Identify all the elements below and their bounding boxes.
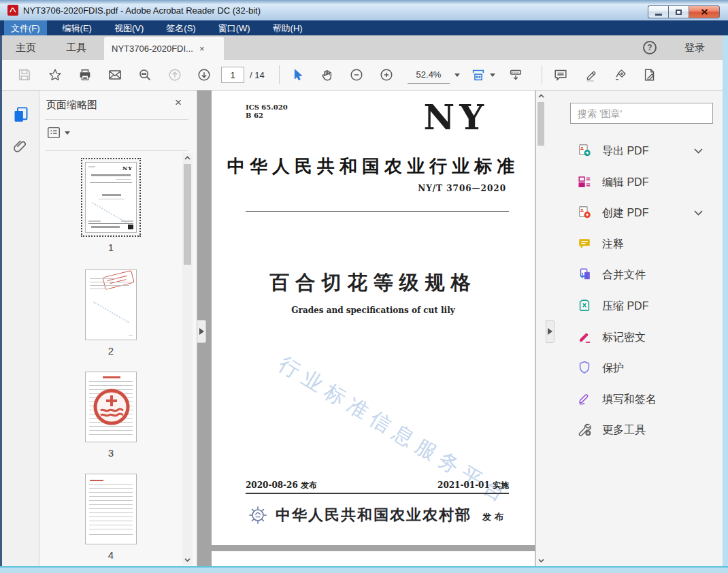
window-frame-bottom bbox=[0, 566, 728, 573]
previous-page-icon[interactable] bbox=[167, 67, 182, 82]
zoom-in-icon[interactable] bbox=[379, 67, 394, 82]
panel-close-icon[interactable]: × bbox=[175, 97, 182, 108]
email-icon[interactable] bbox=[107, 67, 122, 82]
tool-fill-sign[interactable]: 填写和签名 bbox=[546, 384, 723, 415]
tool-label: 标记密文 bbox=[602, 322, 646, 353]
menu-help[interactable]: 帮助(H) bbox=[266, 20, 310, 35]
tool-edit-pdf[interactable]: 编辑 PDF bbox=[546, 167, 723, 198]
more-tools-wrench-icon bbox=[577, 422, 592, 437]
mini-ny-logo: NY bbox=[122, 165, 133, 171]
menu-sign[interactable]: 签名(S) bbox=[159, 20, 202, 35]
scrollbar-thumb[interactable] bbox=[537, 102, 544, 146]
left-navigation-rail bbox=[2, 91, 39, 566]
tab-tools[interactable]: 工具 bbox=[62, 35, 90, 60]
text-line bbox=[88, 220, 101, 222]
divider-line bbox=[90, 182, 132, 183]
scroll-up-icon[interactable] bbox=[538, 94, 544, 98]
toolbar-divider bbox=[279, 65, 280, 84]
mini-red-stamp bbox=[102, 270, 134, 290]
tool-create-pdf[interactable]: 创建 PDF bbox=[546, 197, 723, 229]
star-icon[interactable] bbox=[48, 67, 63, 82]
save-icon[interactable] bbox=[17, 67, 32, 82]
thumbnail-1-preview: NY bbox=[85, 162, 137, 233]
tool-label: 编辑 PDF bbox=[602, 167, 648, 198]
menu-file[interactable]: 文件(F) bbox=[4, 20, 47, 35]
select-tool-icon[interactable] bbox=[290, 67, 305, 82]
fit-width-icon[interactable] bbox=[471, 67, 486, 82]
tool-compress-pdf[interactable]: 压缩 PDF bbox=[546, 291, 723, 322]
chevron-down-icon[interactable] bbox=[694, 148, 703, 154]
help-icon[interactable]: ? bbox=[643, 41, 657, 54]
search-loupe-icon[interactable] bbox=[137, 67, 152, 82]
ny-logo: NY bbox=[424, 97, 489, 137]
text-line bbox=[90, 282, 132, 282]
text-line bbox=[99, 199, 125, 199]
thumbnail-page-2[interactable]: 2 bbox=[39, 269, 182, 357]
combine-files-icon bbox=[577, 267, 592, 282]
tool-more-tools[interactable]: 更多工具 bbox=[546, 414, 723, 446]
print-icon[interactable] bbox=[78, 67, 93, 82]
standard-number: NY/T 3706—2020 bbox=[418, 184, 506, 193]
scroll-up-icon[interactable] bbox=[184, 156, 191, 160]
tool-export-pdf[interactable]: 导出 PDF bbox=[546, 135, 723, 167]
close-button[interactable] bbox=[689, 5, 720, 18]
tab-home[interactable]: 主页 bbox=[12, 35, 40, 60]
chevron-down-icon[interactable] bbox=[694, 210, 703, 216]
title-bar[interactable]: NYT3706-2020FDIS.pdf - Adobe Acrobat Rea… bbox=[0, 0, 728, 20]
page-thumbnails-icon[interactable] bbox=[12, 105, 30, 127]
thumbnail-page-4[interactable]: 4 bbox=[39, 474, 182, 561]
tool-comment[interactable]: 注释 bbox=[546, 229, 723, 260]
acrobat-reader-window: NYT3706-2020FDIS.pdf - Adobe Acrobat Rea… bbox=[0, 0, 728, 573]
text-line bbox=[116, 179, 131, 180]
panel-title: 页面缩略图 bbox=[46, 99, 97, 112]
thumbnail-1-label: 1 bbox=[108, 242, 114, 253]
red-text-line bbox=[90, 480, 103, 481]
zoom-out-icon[interactable] bbox=[349, 67, 364, 82]
thumbnail-page-3[interactable]: 3 bbox=[39, 372, 182, 459]
collapse-left-panel-handle[interactable] bbox=[197, 320, 206, 343]
fit-width-dropdown-icon[interactable] bbox=[490, 73, 495, 77]
scroll-down-icon[interactable] bbox=[184, 558, 191, 562]
document-viewport[interactable]: ICS 65.020 B 62 NY 中华人民共和国农业行业标准 NY/T 37… bbox=[197, 91, 546, 566]
class-code: B 62 bbox=[246, 112, 263, 119]
thumbnail-page-1[interactable]: NY 1 bbox=[39, 158, 182, 253]
tool-redact[interactable]: 标记密文 bbox=[546, 322, 723, 353]
menu-view[interactable]: 视图(V) bbox=[107, 20, 150, 35]
page-number-input[interactable] bbox=[221, 67, 244, 83]
close-icon bbox=[701, 9, 708, 15]
menu-window[interactable]: 窗口(W) bbox=[212, 20, 257, 35]
minimize-button[interactable] bbox=[648, 5, 668, 18]
highlighter-icon[interactable] bbox=[584, 67, 599, 82]
document-scrollbar[interactable] bbox=[535, 91, 546, 566]
divider-line bbox=[88, 223, 133, 224]
next-page-icon[interactable] bbox=[197, 67, 212, 82]
scrollbar-thumb[interactable] bbox=[184, 164, 191, 265]
fill-sign-icon[interactable] bbox=[642, 67, 657, 82]
menu-bar: 文件(F) 编辑(E) 视图(V) 签名(S) 窗口(W) 帮助(H) bbox=[0, 20, 728, 35]
compress-pdf-icon bbox=[577, 298, 592, 313]
thumbnails-scrollbar[interactable] bbox=[182, 153, 193, 565]
maximize-button[interactable] bbox=[668, 5, 689, 18]
thumbnail-4-label: 4 bbox=[108, 549, 114, 561]
protect-shield-icon bbox=[577, 360, 592, 375]
tab-document[interactable]: NYT3706-2020FDI... × bbox=[104, 37, 224, 60]
menu-edit[interactable]: 编辑(E) bbox=[56, 20, 99, 35]
thumbnail-options-button[interactable] bbox=[46, 125, 70, 140]
tools-search-input[interactable] bbox=[570, 103, 713, 124]
sign-in-button[interactable]: 登录 bbox=[684, 35, 705, 60]
tab-close-icon[interactable]: × bbox=[199, 44, 205, 54]
tool-protect[interactable]: 保护 bbox=[546, 353, 723, 384]
attachments-icon[interactable] bbox=[12, 137, 29, 157]
comment-icon[interactable] bbox=[553, 67, 568, 82]
zoom-dropdown-icon[interactable] bbox=[454, 73, 460, 77]
sign-pen-icon[interactable] bbox=[613, 67, 628, 82]
pdf-page-1[interactable]: ICS 65.020 B 62 NY 中华人民共和国农业行业标准 NY/T 37… bbox=[212, 91, 535, 545]
scroll-mode-icon[interactable] bbox=[508, 67, 523, 82]
tool-combine-files[interactable]: 合并文件 bbox=[546, 259, 723, 291]
hand-tool-icon[interactable] bbox=[320, 67, 335, 82]
scroll-down-icon[interactable] bbox=[538, 559, 544, 563]
footer-rule bbox=[246, 493, 509, 494]
page-count-label: / 14 bbox=[250, 60, 265, 91]
text-block bbox=[89, 484, 133, 531]
zoom-level-value[interactable]: 52.4% bbox=[408, 66, 450, 84]
